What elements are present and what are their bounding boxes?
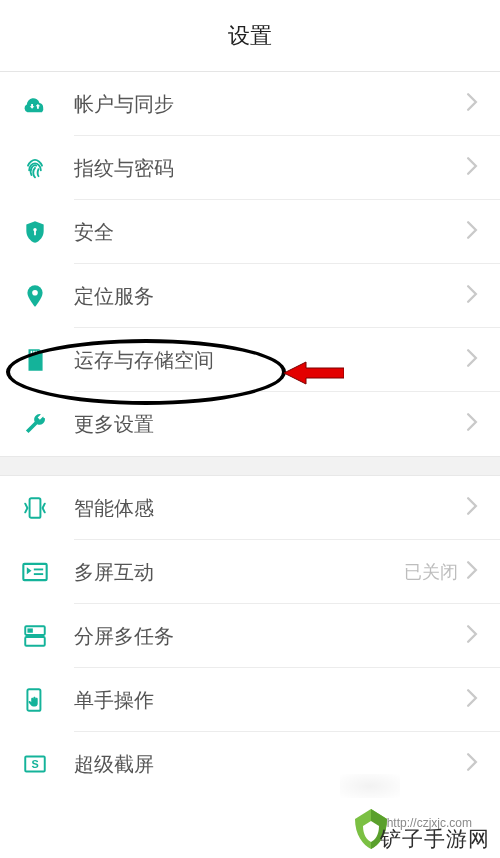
sd-card-icon: [20, 345, 50, 375]
wrench-icon: [20, 409, 50, 439]
svg-rect-9: [34, 569, 43, 571]
row-label: 分屏多任务: [74, 623, 466, 650]
row-more-settings[interactable]: 更多设置: [0, 392, 500, 456]
chevron-right-icon: [466, 413, 480, 435]
row-label: 智能体感: [74, 495, 466, 522]
multiscreen-icon: [20, 557, 50, 587]
split-icon: [20, 621, 50, 651]
svg-rect-4: [33, 351, 35, 354]
onehand-icon: [20, 685, 50, 715]
chevron-right-icon: [466, 221, 480, 243]
page-title: 设置: [228, 21, 272, 51]
row-label: 超级截屏: [74, 751, 466, 778]
chevron-right-icon: [466, 625, 480, 647]
settings-section-0: 帐户与同步 指纹与密码 安全 定位服务: [0, 72, 500, 456]
row-label: 多屏互动: [74, 559, 404, 586]
watermark-text: 铲子手游网: [380, 825, 490, 853]
chevron-right-icon: [466, 689, 480, 711]
svg-rect-13: [27, 628, 32, 632]
svg-rect-5: [36, 351, 38, 354]
chevron-right-icon: [466, 157, 480, 179]
chevron-right-icon: [466, 561, 480, 583]
chevron-right-icon: [466, 497, 480, 519]
screenshot-icon: S: [20, 749, 50, 779]
row-label: 更多设置: [74, 411, 466, 438]
row-label: 运存与存储空间: [74, 347, 466, 374]
cloud-sync-icon: [20, 89, 50, 119]
chevron-right-icon: [466, 349, 480, 371]
svg-rect-6: [38, 351, 40, 354]
row-fingerprint-password[interactable]: 指纹与密码: [0, 136, 500, 200]
watermark-logo: [347, 805, 395, 853]
fingerprint-icon: [20, 153, 50, 183]
location-icon: [20, 281, 50, 311]
motion-icon: [20, 493, 50, 523]
row-label: 单手操作: [74, 687, 466, 714]
row-one-hand[interactable]: 单手操作: [0, 668, 500, 732]
svg-text:S: S: [31, 758, 38, 770]
row-label: 安全: [74, 219, 466, 246]
row-account-sync[interactable]: 帐户与同步: [0, 72, 500, 136]
row-security[interactable]: 安全: [0, 200, 500, 264]
watermark-url: http://czjxjc.com: [387, 816, 472, 830]
svg-rect-1: [34, 231, 36, 235]
svg-rect-7: [30, 498, 41, 518]
row-split-screen[interactable]: 分屏多任务: [0, 604, 500, 668]
row-multi-screen[interactable]: 多屏互动 已关闭: [0, 540, 500, 604]
row-super-screenshot[interactable]: S 超级截屏: [0, 732, 500, 796]
shield-icon: [20, 217, 50, 247]
settings-section-1: 智能体感 多屏互动 已关闭 分屏多任务 单手操作: [0, 476, 500, 796]
chevron-right-icon: [466, 93, 480, 115]
row-location[interactable]: 定位服务: [0, 264, 500, 328]
svg-rect-10: [34, 573, 43, 575]
svg-point-2: [32, 290, 38, 296]
chevron-right-icon: [466, 753, 480, 775]
row-label: 定位服务: [74, 283, 466, 310]
header: 设置: [0, 0, 500, 72]
section-gap: [0, 456, 500, 476]
chevron-right-icon: [466, 285, 480, 307]
svg-rect-3: [31, 351, 33, 354]
row-label: 指纹与密码: [74, 155, 466, 182]
row-storage[interactable]: 运存与存储空间: [0, 328, 500, 392]
row-label: 帐户与同步: [74, 91, 466, 118]
row-meta: 已关闭: [404, 560, 458, 584]
svg-rect-12: [25, 637, 45, 646]
row-smart-motion[interactable]: 智能体感: [0, 476, 500, 540]
settings-screen: 设置 帐户与同步 指纹与密码 安全: [0, 0, 500, 858]
